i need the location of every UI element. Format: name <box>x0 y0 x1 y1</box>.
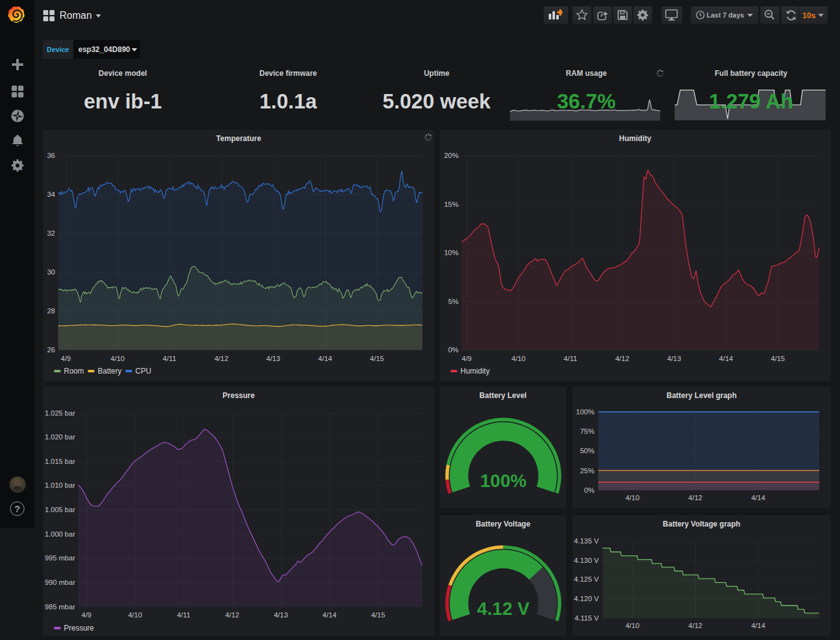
svg-text:1.020 bar: 1.020 bar <box>44 433 75 441</box>
svg-text:4/10: 4/10 <box>128 611 142 619</box>
svg-text:100%: 100% <box>480 471 526 491</box>
svg-text:15%: 15% <box>444 201 459 208</box>
svg-text:4.130 V: 4.130 V <box>574 557 599 564</box>
svg-text:4/13: 4/13 <box>667 355 681 362</box>
svg-text:4/12: 4/12 <box>615 355 629 362</box>
svg-text:4/12: 4/12 <box>214 355 228 362</box>
svg-text:990 mbar: 990 mbar <box>44 579 75 586</box>
svg-text:4/9: 4/9 <box>81 611 91 619</box>
svg-text:4/15: 4/15 <box>771 355 785 362</box>
svg-text:4/11: 4/11 <box>163 355 177 362</box>
svg-text:10%: 10% <box>444 249 459 256</box>
svg-text:4/9: 4/9 <box>462 355 472 362</box>
svg-text:4.125 V: 4.125 V <box>574 575 599 583</box>
svg-text:4.12 V: 4.12 V <box>477 599 530 619</box>
svg-text:4/15: 4/15 <box>370 355 384 362</box>
svg-text:4/14: 4/14 <box>751 494 765 501</box>
svg-text:4/13: 4/13 <box>266 355 280 362</box>
svg-text:4/14: 4/14 <box>719 355 734 362</box>
svg-text:25%: 25% <box>580 467 594 475</box>
svg-text:32: 32 <box>47 229 55 237</box>
svg-text:28: 28 <box>47 307 55 315</box>
svg-text:4/10: 4/10 <box>625 494 639 501</box>
svg-text:0%: 0% <box>448 346 459 354</box>
svg-text:4/9: 4/9 <box>61 355 71 362</box>
svg-text:30: 30 <box>47 268 55 276</box>
svg-text:4/11: 4/11 <box>177 611 190 619</box>
svg-text:100%: 100% <box>576 408 594 416</box>
svg-text:36: 36 <box>47 152 55 159</box>
svg-text:4/14: 4/14 <box>318 355 333 362</box>
svg-text:4/10: 4/10 <box>512 355 526 362</box>
svg-text:26: 26 <box>47 346 55 354</box>
svg-text:5%: 5% <box>448 298 459 305</box>
svg-text:4.120 V: 4.120 V <box>574 595 599 602</box>
svg-text:4/14: 4/14 <box>751 622 765 629</box>
svg-text:4/15: 4/15 <box>371 611 385 619</box>
svg-text:75%: 75% <box>580 428 594 435</box>
svg-text:1.005 bar: 1.005 bar <box>44 506 75 513</box>
svg-text:4/12: 4/12 <box>226 611 239 619</box>
svg-text:995 mbar: 995 mbar <box>44 554 75 562</box>
svg-text:4.115 V: 4.115 V <box>574 614 599 622</box>
svg-text:0%: 0% <box>584 486 594 494</box>
svg-text:1.010 bar: 1.010 bar <box>44 481 75 489</box>
svg-text:50%: 50% <box>580 447 594 454</box>
svg-text:4/10: 4/10 <box>111 355 125 362</box>
svg-text:4/14: 4/14 <box>323 611 337 619</box>
svg-text:4/12: 4/12 <box>688 622 702 629</box>
svg-text:4/12: 4/12 <box>688 494 702 501</box>
svg-text:4/13: 4/13 <box>274 611 288 619</box>
svg-text:4/10: 4/10 <box>625 622 639 629</box>
svg-text:985 mbar: 985 mbar <box>44 603 75 611</box>
svg-text:1.000 bar: 1.000 bar <box>44 530 75 538</box>
svg-text:4.135 V: 4.135 V <box>574 537 599 545</box>
svg-text:1.015 bar: 1.015 bar <box>44 458 75 465</box>
svg-text:1.025 bar: 1.025 bar <box>44 409 75 417</box>
svg-text:20%: 20% <box>444 152 459 159</box>
svg-text:34: 34 <box>47 191 55 198</box>
svg-text:4/11: 4/11 <box>564 355 578 362</box>
